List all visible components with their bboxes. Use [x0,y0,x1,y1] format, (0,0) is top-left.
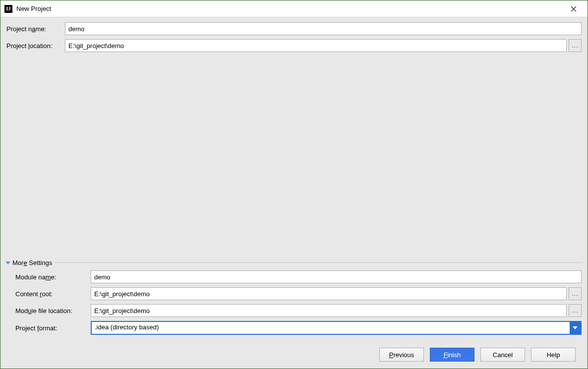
cancel-button[interactable]: Cancel [480,348,525,362]
titlebar: IJ New Project [0,0,588,17]
divider [55,263,583,263]
window-title: New Project [16,5,51,12]
close-icon [571,6,577,12]
project-format-label: Project format: [15,324,91,332]
module-name-row: Module name: [15,270,582,283]
close-button[interactable] [564,2,584,16]
content-root-browse-button[interactable]: ... [569,287,582,300]
project-location-row: Project location: ... [6,39,582,52]
more-settings-label: More Settings [12,259,52,266]
more-settings-panel: Module name: Content root: ... Module fi… [6,270,582,339]
previous-button[interactable]: Previous [379,348,424,362]
finish-button[interactable]: Finish [430,348,474,362]
content-root-row: Content root: ... [15,287,582,300]
spacer [6,56,582,259]
project-name-input[interactable] [65,22,582,35]
help-button[interactable]: Help [531,348,576,362]
project-format-select[interactable]: .idea (directory based) [91,321,582,335]
module-file-location-browse-button[interactable]: ... [569,304,582,317]
new-project-dialog: IJ New Project Project name: Project loc… [0,0,588,369]
module-name-label: Module name: [15,273,91,281]
content-root-input[interactable] [91,287,567,300]
more-settings-toggle[interactable]: More Settings [5,259,583,266]
module-file-location-label: Module file location: [15,307,91,315]
button-bar: Previous Finish Cancel Help [6,341,582,369]
module-name-input[interactable] [91,270,582,283]
project-name-label: Project name: [6,25,65,33]
top-fields: Project name: Project location: ... [6,22,582,56]
app-icon: IJ [4,5,12,13]
module-file-location-row: Module file location: ... [15,304,582,317]
project-location-label: Project location: [6,42,65,50]
project-location-browse-button[interactable]: ... [569,39,582,52]
module-file-location-input[interactable] [91,304,567,317]
dialog-content: Project name: Project location: ... More… [0,17,588,369]
chevron-down-icon [5,262,10,264]
project-format-value: .idea (directory based) [92,322,570,334]
dropdown-arrow-icon [570,322,581,334]
content-root-label: Content root: [15,290,91,298]
project-name-row: Project name: [6,22,582,35]
project-location-input[interactable] [65,39,567,52]
project-format-row: Project format: .idea (directory based) [15,321,582,335]
